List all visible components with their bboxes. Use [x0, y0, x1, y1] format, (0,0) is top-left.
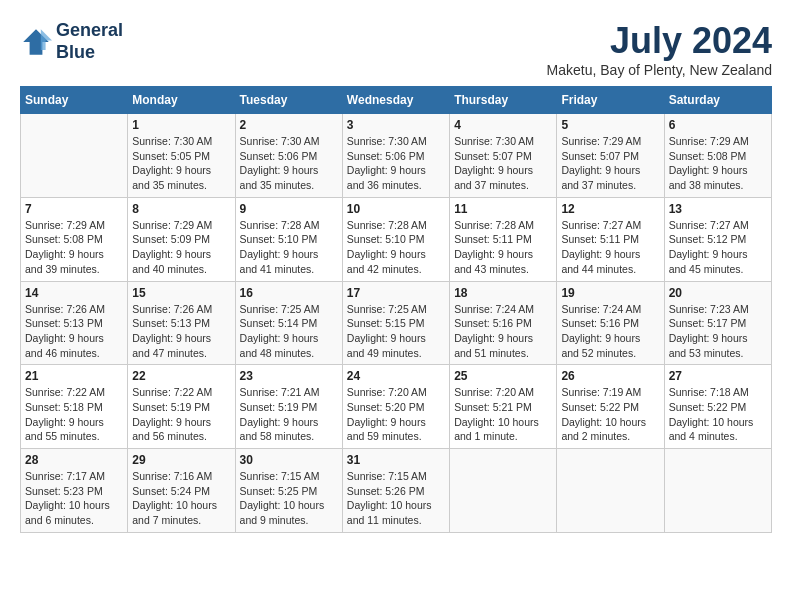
location-subtitle: Maketu, Bay of Plenty, New Zealand: [547, 62, 772, 78]
day-info: Sunrise: 7:18 AM Sunset: 5:22 PM Dayligh…: [669, 385, 767, 444]
day-number: 5: [561, 118, 659, 132]
svg-marker-1: [41, 29, 52, 50]
day-of-week-header: Wednesday: [342, 87, 449, 114]
day-number: 17: [347, 286, 445, 300]
day-number: 26: [561, 369, 659, 383]
day-number: 20: [669, 286, 767, 300]
calendar-day-cell: 8Sunrise: 7:29 AM Sunset: 5:09 PM Daylig…: [128, 197, 235, 281]
calendar-day-cell: 6Sunrise: 7:29 AM Sunset: 5:08 PM Daylig…: [664, 114, 771, 198]
day-number: 21: [25, 369, 123, 383]
day-number: 28: [25, 453, 123, 467]
calendar-day-cell: 16Sunrise: 7:25 AM Sunset: 5:14 PM Dayli…: [235, 281, 342, 365]
day-number: 25: [454, 369, 552, 383]
calendar-day-cell: 4Sunrise: 7:30 AM Sunset: 5:07 PM Daylig…: [450, 114, 557, 198]
calendar-day-cell: [664, 449, 771, 533]
calendar-day-cell: 10Sunrise: 7:28 AM Sunset: 5:10 PM Dayli…: [342, 197, 449, 281]
day-of-week-header: Thursday: [450, 87, 557, 114]
day-number: 29: [132, 453, 230, 467]
calendar-day-cell: 7Sunrise: 7:29 AM Sunset: 5:08 PM Daylig…: [21, 197, 128, 281]
calendar-day-cell: 9Sunrise: 7:28 AM Sunset: 5:10 PM Daylig…: [235, 197, 342, 281]
calendar-day-cell: 21Sunrise: 7:22 AM Sunset: 5:18 PM Dayli…: [21, 365, 128, 449]
calendar-day-cell: 23Sunrise: 7:21 AM Sunset: 5:19 PM Dayli…: [235, 365, 342, 449]
day-info: Sunrise: 7:30 AM Sunset: 5:06 PM Dayligh…: [240, 134, 338, 193]
day-number: 12: [561, 202, 659, 216]
calendar-day-cell: 15Sunrise: 7:26 AM Sunset: 5:13 PM Dayli…: [128, 281, 235, 365]
calendar-day-cell: 24Sunrise: 7:20 AM Sunset: 5:20 PM Dayli…: [342, 365, 449, 449]
day-number: 8: [132, 202, 230, 216]
page-header: General Blue July 2024 Maketu, Bay of Pl…: [20, 20, 772, 78]
day-number: 4: [454, 118, 552, 132]
logo-icon: [20, 26, 52, 58]
day-number: 18: [454, 286, 552, 300]
calendar-week-row: 14Sunrise: 7:26 AM Sunset: 5:13 PM Dayli…: [21, 281, 772, 365]
calendar-day-cell: 31Sunrise: 7:15 AM Sunset: 5:26 PM Dayli…: [342, 449, 449, 533]
day-number: 10: [347, 202, 445, 216]
calendar-day-cell: 13Sunrise: 7:27 AM Sunset: 5:12 PM Dayli…: [664, 197, 771, 281]
day-number: 30: [240, 453, 338, 467]
day-info: Sunrise: 7:29 AM Sunset: 5:07 PM Dayligh…: [561, 134, 659, 193]
calendar-header-row: SundayMondayTuesdayWednesdayThursdayFrid…: [21, 87, 772, 114]
day-info: Sunrise: 7:29 AM Sunset: 5:08 PM Dayligh…: [669, 134, 767, 193]
calendar-day-cell: 28Sunrise: 7:17 AM Sunset: 5:23 PM Dayli…: [21, 449, 128, 533]
day-number: 23: [240, 369, 338, 383]
calendar-day-cell: 22Sunrise: 7:22 AM Sunset: 5:19 PM Dayli…: [128, 365, 235, 449]
calendar-day-cell: 29Sunrise: 7:16 AM Sunset: 5:24 PM Dayli…: [128, 449, 235, 533]
day-number: 19: [561, 286, 659, 300]
calendar-day-cell: 19Sunrise: 7:24 AM Sunset: 5:16 PM Dayli…: [557, 281, 664, 365]
day-number: 6: [669, 118, 767, 132]
calendar-day-cell: 20Sunrise: 7:23 AM Sunset: 5:17 PM Dayli…: [664, 281, 771, 365]
calendar-day-cell: 25Sunrise: 7:20 AM Sunset: 5:21 PM Dayli…: [450, 365, 557, 449]
logo: General Blue: [20, 20, 123, 63]
calendar-day-cell: 5Sunrise: 7:29 AM Sunset: 5:07 PM Daylig…: [557, 114, 664, 198]
day-info: Sunrise: 7:27 AM Sunset: 5:11 PM Dayligh…: [561, 218, 659, 277]
calendar-week-row: 1Sunrise: 7:30 AM Sunset: 5:05 PM Daylig…: [21, 114, 772, 198]
day-number: 27: [669, 369, 767, 383]
day-of-week-header: Saturday: [664, 87, 771, 114]
day-info: Sunrise: 7:16 AM Sunset: 5:24 PM Dayligh…: [132, 469, 230, 528]
day-info: Sunrise: 7:21 AM Sunset: 5:19 PM Dayligh…: [240, 385, 338, 444]
day-of-week-header: Sunday: [21, 87, 128, 114]
day-info: Sunrise: 7:20 AM Sunset: 5:20 PM Dayligh…: [347, 385, 445, 444]
day-info: Sunrise: 7:26 AM Sunset: 5:13 PM Dayligh…: [132, 302, 230, 361]
day-number: 16: [240, 286, 338, 300]
day-number: 1: [132, 118, 230, 132]
calendar-day-cell: 3Sunrise: 7:30 AM Sunset: 5:06 PM Daylig…: [342, 114, 449, 198]
calendar-day-cell: [450, 449, 557, 533]
day-info: Sunrise: 7:25 AM Sunset: 5:14 PM Dayligh…: [240, 302, 338, 361]
logo-text: General Blue: [56, 20, 123, 63]
day-number: 7: [25, 202, 123, 216]
calendar-day-cell: [21, 114, 128, 198]
day-number: 9: [240, 202, 338, 216]
calendar-day-cell: 14Sunrise: 7:26 AM Sunset: 5:13 PM Dayli…: [21, 281, 128, 365]
day-info: Sunrise: 7:29 AM Sunset: 5:08 PM Dayligh…: [25, 218, 123, 277]
calendar-day-cell: 27Sunrise: 7:18 AM Sunset: 5:22 PM Dayli…: [664, 365, 771, 449]
day-of-week-header: Monday: [128, 87, 235, 114]
day-info: Sunrise: 7:23 AM Sunset: 5:17 PM Dayligh…: [669, 302, 767, 361]
calendar-week-row: 21Sunrise: 7:22 AM Sunset: 5:18 PM Dayli…: [21, 365, 772, 449]
day-number: 24: [347, 369, 445, 383]
day-of-week-header: Friday: [557, 87, 664, 114]
calendar-day-cell: 1Sunrise: 7:30 AM Sunset: 5:05 PM Daylig…: [128, 114, 235, 198]
calendar-day-cell: 18Sunrise: 7:24 AM Sunset: 5:16 PM Dayli…: [450, 281, 557, 365]
day-info: Sunrise: 7:27 AM Sunset: 5:12 PM Dayligh…: [669, 218, 767, 277]
day-info: Sunrise: 7:30 AM Sunset: 5:05 PM Dayligh…: [132, 134, 230, 193]
day-info: Sunrise: 7:24 AM Sunset: 5:16 PM Dayligh…: [454, 302, 552, 361]
day-info: Sunrise: 7:19 AM Sunset: 5:22 PM Dayligh…: [561, 385, 659, 444]
day-info: Sunrise: 7:15 AM Sunset: 5:26 PM Dayligh…: [347, 469, 445, 528]
day-info: Sunrise: 7:26 AM Sunset: 5:13 PM Dayligh…: [25, 302, 123, 361]
day-info: Sunrise: 7:22 AM Sunset: 5:18 PM Dayligh…: [25, 385, 123, 444]
calendar-week-row: 28Sunrise: 7:17 AM Sunset: 5:23 PM Dayli…: [21, 449, 772, 533]
calendar-day-cell: 11Sunrise: 7:28 AM Sunset: 5:11 PM Dayli…: [450, 197, 557, 281]
day-number: 15: [132, 286, 230, 300]
calendar-day-cell: 2Sunrise: 7:30 AM Sunset: 5:06 PM Daylig…: [235, 114, 342, 198]
day-info: Sunrise: 7:28 AM Sunset: 5:10 PM Dayligh…: [347, 218, 445, 277]
calendar-week-row: 7Sunrise: 7:29 AM Sunset: 5:08 PM Daylig…: [21, 197, 772, 281]
calendar-table: SundayMondayTuesdayWednesdayThursdayFrid…: [20, 86, 772, 533]
day-info: Sunrise: 7:30 AM Sunset: 5:07 PM Dayligh…: [454, 134, 552, 193]
calendar-day-cell: 17Sunrise: 7:25 AM Sunset: 5:15 PM Dayli…: [342, 281, 449, 365]
day-number: 13: [669, 202, 767, 216]
day-info: Sunrise: 7:24 AM Sunset: 5:16 PM Dayligh…: [561, 302, 659, 361]
day-info: Sunrise: 7:30 AM Sunset: 5:06 PM Dayligh…: [347, 134, 445, 193]
day-info: Sunrise: 7:20 AM Sunset: 5:21 PM Dayligh…: [454, 385, 552, 444]
calendar-day-cell: 26Sunrise: 7:19 AM Sunset: 5:22 PM Dayli…: [557, 365, 664, 449]
